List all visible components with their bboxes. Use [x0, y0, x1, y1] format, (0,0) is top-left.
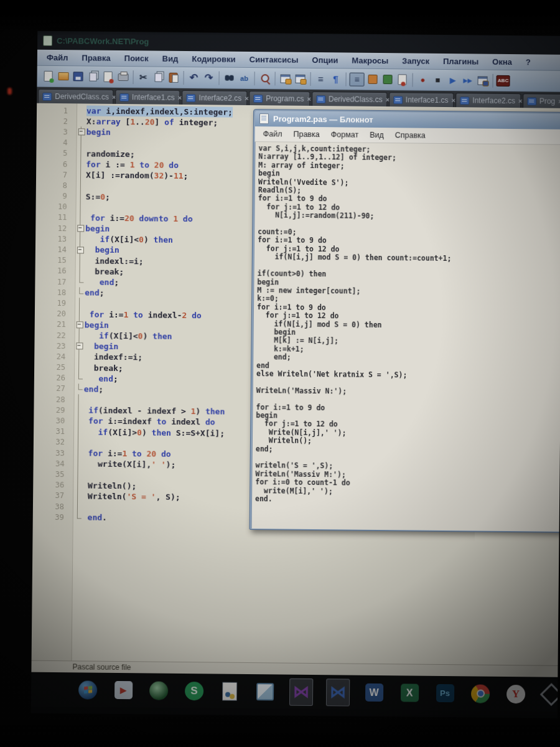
stop-macro-icon: ■ — [436, 75, 441, 85]
tab-close-icon[interactable]: × — [451, 97, 455, 104]
line-number: 26 — [34, 374, 74, 383]
taskbar-photoshop[interactable]: Ps — [434, 680, 456, 706]
tab-interface2-cs[interactable]: Interface2.cs× — [182, 90, 248, 105]
tab-interface1-cs[interactable]: Interface1.cs× — [115, 90, 180, 105]
fold-collapse-icon[interactable] — [76, 321, 83, 328]
tab-close-icon[interactable]: × — [245, 95, 249, 101]
taskbar-excel[interactable]: X — [398, 680, 421, 706]
menu-item-3[interactable]: Поиск — [118, 54, 156, 63]
toolbar-code-map[interactable] — [380, 73, 394, 86]
notepad-text-area[interactable]: var S,i,j,k,count:integer; N:array [1..9… — [251, 142, 560, 532]
menu-item-6[interactable]: Синтаксисы — [243, 55, 306, 65]
menu-item-1[interactable]: Файл — [40, 53, 75, 63]
toolbar-save-all[interactable] — [101, 70, 114, 83]
fold-collapse-icon[interactable] — [78, 129, 85, 136]
fold-gutter — [73, 480, 83, 491]
toolbar-redo[interactable]: ↷ — [202, 72, 215, 84]
toolbar-new-file[interactable] — [41, 70, 55, 82]
notepad-menu-item-1[interactable]: Файл — [258, 129, 288, 138]
tab-close-icon[interactable]: × — [178, 94, 182, 101]
toolbar-pilcrow[interactable]: ¶ — [329, 73, 342, 85]
toolbar-copy[interactable] — [151, 71, 165, 83]
tab-interface1-cs[interactable]: Interface1.cs× — [389, 92, 454, 107]
fold-gutter[interactable] — [75, 245, 85, 255]
menu-item-10[interactable]: Плагины — [436, 57, 485, 67]
fold-line-icon — [78, 448, 78, 458]
toolbar-sort-lines[interactable]: ≡ — [314, 72, 327, 85]
taskbar-visual-studio-blue[interactable]: ⋈ — [326, 679, 350, 706]
taskbar-visual-studio-purple[interactable]: ⋈ — [289, 678, 313, 705]
menu-item-4[interactable]: Вид — [156, 54, 185, 63]
menu-item-5[interactable]: Кодировки — [185, 54, 242, 64]
line-number: 4 — [37, 138, 77, 148]
fold-collapse-icon[interactable] — [76, 343, 83, 350]
notepad-menu-item-5[interactable]: Справка — [390, 131, 431, 140]
toolbar-word-wrap[interactable]: ≡ — [349, 72, 364, 86]
power-led-icon — [7, 88, 12, 95]
toolbar-play-macro[interactable]: ▶ — [446, 74, 459, 87]
toolbar-window-lock-2[interactable] — [293, 72, 307, 85]
toolbar-save-layout[interactable] — [475, 74, 489, 87]
notepad-menu-item-4[interactable]: Вид — [364, 131, 390, 139]
fold-gutter[interactable] — [74, 341, 84, 351]
tab-derivedclass-cs[interactable]: DerivedClass.cs× — [38, 89, 113, 104]
toolbar-stop-macro[interactable]: ■ — [431, 73, 444, 86]
taskbar-yandex-browser[interactable]: Y — [505, 680, 527, 707]
tab-close-icon[interactable]: × — [307, 95, 311, 102]
fold-gutter[interactable] — [75, 319, 85, 330]
tab-interface2-cs[interactable]: Interface2.cs× — [455, 93, 521, 108]
taskbar-windows-start[interactable] — [77, 677, 99, 703]
fold-line-icon — [80, 159, 81, 169]
notepad-window[interactable]: Program2.pas — Блокнот ФайлПравкаФорматВ… — [250, 109, 560, 533]
menu-item-9[interactable]: Запуск — [395, 56, 436, 66]
tab-derivedclass-cs[interactable]: DerivedClass.cs× — [312, 92, 387, 106]
fold-gutter[interactable] — [75, 223, 85, 233]
toolbar-print[interactable] — [116, 70, 129, 83]
menu-item-2[interactable]: Правка — [75, 53, 117, 63]
toolbar-syntax-color[interactable] — [365, 73, 379, 85]
tab-close-icon[interactable]: × — [518, 98, 523, 105]
fold-gutter[interactable] — [77, 127, 86, 138]
toolbar-zoom[interactable] — [258, 72, 271, 85]
menu-item-11[interactable]: Окна — [485, 57, 519, 67]
toolbar-open-file[interactable] — [56, 70, 70, 83]
menu-item-12[interactable]: ? — [519, 57, 538, 67]
menu-item-8[interactable]: Макросы — [345, 55, 395, 65]
toolbar-undo[interactable]: ↶ — [187, 72, 200, 84]
toolbar-spell-check[interactable]: ABC — [496, 74, 510, 87]
taskbar-python-file[interactable] — [218, 678, 241, 704]
toolbar-find-replace[interactable]: ab — [237, 72, 251, 84]
taskbar-unity[interactable] — [540, 681, 560, 707]
tab-prog[interactable]: Prog× — [523, 93, 560, 108]
undo-icon: ↶ — [190, 72, 198, 83]
toolbar-play-fast[interactable]: ▶▶ — [460, 74, 474, 87]
taskbar-word[interactable]: W — [363, 679, 385, 705]
tab-program-cs[interactable]: Program.cs× — [249, 91, 310, 106]
syntax-color-icon — [368, 75, 377, 84]
fold-collapse-icon[interactable] — [77, 225, 84, 232]
code-text: begin — [86, 127, 111, 138]
taskbar-media-player[interactable]: ▶ — [112, 677, 134, 703]
toolbar-find[interactable] — [222, 72, 236, 84]
line-number: 30 — [34, 416, 73, 426]
fold-gutter — [75, 287, 85, 298]
taskbar-chrome[interactable] — [469, 680, 492, 707]
fold-line-icon — [80, 170, 81, 181]
code-text: Writeln('S = ', S); — [83, 491, 180, 502]
toolbar-save-file[interactable] — [71, 70, 85, 83]
toolbar-record-macro[interactable]: ● — [416, 73, 429, 86]
toolbar-paste[interactable] — [166, 71, 180, 83]
taskbar-pascal-cube[interactable] — [254, 679, 276, 705]
menu-item-7[interactable]: Опции — [305, 55, 345, 65]
notepad-menu-item-3[interactable]: Формат — [325, 130, 365, 139]
toolbar-copy-file[interactable] — [86, 70, 100, 83]
taskbar-green-app[interactable] — [147, 677, 170, 703]
toolbar-export-pdf[interactable] — [395, 73, 409, 86]
toolbar-cut[interactable]: ✂ — [136, 71, 150, 83]
fold-collapse-icon[interactable] — [77, 247, 83, 253]
taskbar-skype[interactable]: S — [183, 678, 205, 704]
notepad-menu-item-2[interactable]: Правка — [287, 130, 325, 139]
toolbar-window-lock-1[interactable] — [278, 72, 292, 85]
fold-end-icon — [78, 373, 83, 380]
line-number: 23 — [34, 341, 74, 350]
